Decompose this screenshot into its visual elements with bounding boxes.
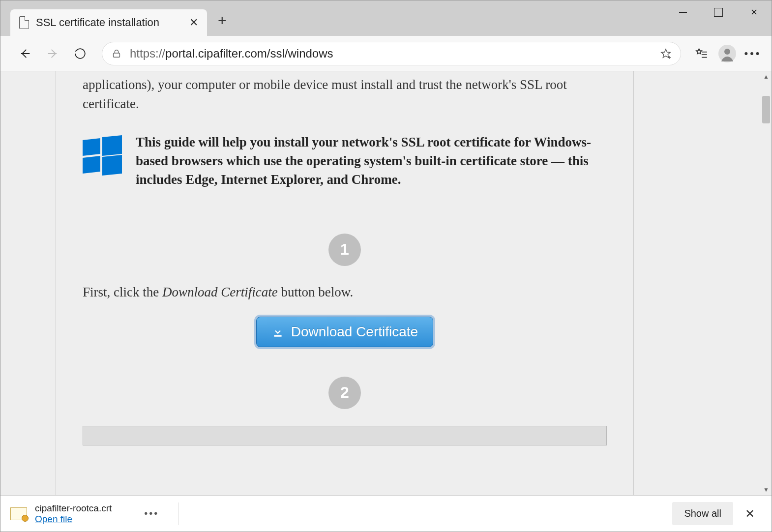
window-close-button[interactable]: ✕ <box>736 0 772 24</box>
step-2-badge: 2 <box>328 377 361 409</box>
svg-marker-4 <box>696 49 702 54</box>
back-button[interactable] <box>14 43 36 64</box>
download-item[interactable]: cipafilter-rootca.crt Open file ••• <box>10 502 179 525</box>
lock-icon <box>111 48 122 59</box>
svg-point-9 <box>724 49 730 55</box>
tab-close-button[interactable]: ✕ <box>189 16 198 29</box>
windows-logo-icon <box>83 136 122 176</box>
scrollbar[interactable]: ▲ ▼ <box>761 71 772 495</box>
window-minimize-button[interactable] <box>665 0 701 24</box>
download-icon <box>271 325 284 338</box>
scroll-thumb[interactable] <box>762 96 770 123</box>
show-all-downloads-button[interactable]: Show all <box>672 502 733 525</box>
step-2: 2 <box>83 377 607 409</box>
address-bar: https://portal.cipafilter.com/ssl/window… <box>0 36 772 71</box>
page-icon <box>19 16 29 29</box>
favorites-list-icon[interactable] <box>692 44 712 63</box>
url-text: https://portal.cipafilter.com/ssl/window… <box>130 47 652 60</box>
embedded-frame <box>83 426 607 445</box>
more-menu-button[interactable]: ••• <box>743 44 763 63</box>
window-maximize-button[interactable] <box>701 0 736 24</box>
browser-tab[interactable]: SSL certificate installation ✕ <box>10 9 207 36</box>
svg-rect-0 <box>114 53 120 57</box>
favorite-icon[interactable] <box>660 48 672 59</box>
download-filename: cipafilter-rootca.crt <box>35 503 112 514</box>
download-button-label: Download Certificate <box>291 324 418 340</box>
url-field[interactable]: https://portal.cipafilter.com/ssl/window… <box>102 42 681 65</box>
guide-text: This guide will help you install your ne… <box>136 133 607 189</box>
step-1-badge: 1 <box>328 234 361 266</box>
scroll-down-button[interactable]: ▼ <box>761 484 772 495</box>
certificate-file-icon <box>10 507 27 520</box>
svg-rect-10 <box>274 335 281 336</box>
open-file-link[interactable]: Open file <box>35 514 112 525</box>
page-viewport: applications), your computer or mobile d… <box>0 71 772 495</box>
scroll-up-button[interactable]: ▲ <box>761 71 772 82</box>
page-content: applications), your computer or mobile d… <box>56 71 634 495</box>
window-controls: ✕ <box>665 0 772 24</box>
separator <box>178 502 179 525</box>
intro-paragraph: applications), your computer or mobile d… <box>83 71 607 114</box>
download-item-more-button[interactable]: ••• <box>139 505 164 522</box>
titlebar: SSL certificate installation ✕ + ✕ <box>0 0 772 36</box>
guide-row: This guide will help you install your ne… <box>83 133 607 189</box>
downloads-bar-close-button[interactable]: ✕ <box>738 503 762 525</box>
new-tab-button[interactable]: + <box>218 12 227 29</box>
downloads-bar: cipafilter-rootca.crt Open file ••• Show… <box>0 495 772 532</box>
profile-avatar[interactable] <box>717 44 737 63</box>
step-1: 1 First, click the Download Certificate … <box>83 234 607 347</box>
download-certificate-button[interactable]: Download Certificate <box>256 317 433 347</box>
forward-button[interactable] <box>42 43 63 64</box>
refresh-button[interactable] <box>69 43 91 64</box>
step-1-text: First, click the Download Certificate bu… <box>83 285 607 300</box>
tab-title: SSL certificate installation <box>36 16 182 29</box>
